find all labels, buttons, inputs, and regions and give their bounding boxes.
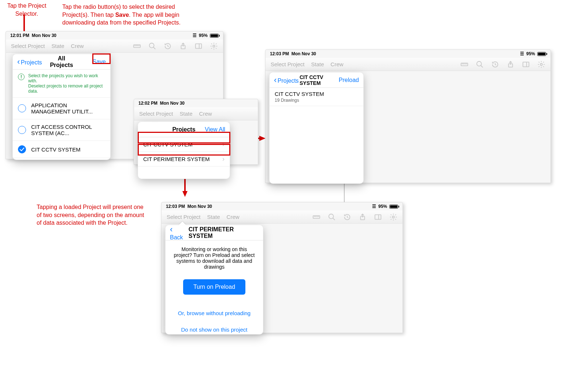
- toolbar: Select Project State Crew: [162, 210, 402, 224]
- highlight-row-perimeter: [138, 144, 230, 156]
- wifi-icon: ☰︎: [372, 204, 376, 209]
- back-projects-button[interactable]: ‹ Projects: [17, 57, 46, 67]
- annotation-line: downloading data from the specified Proj…: [62, 19, 181, 27]
- toolbar: Select Project State Crew: [6, 40, 223, 53]
- svg-line-13: [153, 47, 156, 49]
- state-button[interactable]: State: [207, 214, 220, 220]
- project-subtitle: 19 Drawings: [275, 98, 324, 103]
- svg-point-18: [213, 45, 215, 47]
- radio-button[interactable]: [18, 104, 26, 112]
- ruler-icon[interactable]: [312, 213, 320, 221]
- ruler-icon[interactable]: [133, 42, 141, 50]
- battery-pct: 95%: [526, 51, 535, 56]
- back-projects-button[interactable]: ‹ Projects: [274, 75, 300, 85]
- panel-title: All Projects: [46, 55, 77, 68]
- share-icon[interactable]: [507, 60, 515, 68]
- status-time: 12:01 PM: [10, 33, 29, 38]
- svg-marker-6: [182, 191, 188, 197]
- browse-without-preload-link[interactable]: Or, browse without preloading: [166, 310, 263, 316]
- crew-button[interactable]: Crew: [199, 111, 212, 117]
- annotation-line: of two screens, depending on the amount: [37, 211, 144, 219]
- annotation-line: Tapping a loaded Project will present on…: [37, 203, 144, 211]
- battery-pct: 95%: [199, 33, 208, 38]
- panel-title: CIT CCTV SYSTEM: [300, 74, 339, 86]
- svg-rect-28: [523, 62, 529, 67]
- project-label: CIT CCTV SYSTEM: [31, 146, 81, 153]
- crew-button[interactable]: Crew: [227, 214, 240, 220]
- status-bar: 12:02 PM Mon Nov 30: [134, 99, 258, 107]
- crew-button[interactable]: Crew: [331, 61, 344, 67]
- battery-pct: 95%: [378, 204, 387, 209]
- panel-icon[interactable]: [374, 213, 382, 221]
- project-row[interactable]: CIT CCTV SYSTEM19 Drawings: [270, 88, 363, 106]
- select-project-button[interactable]: Select Project: [139, 111, 173, 117]
- highlight-row-cctv: [138, 132, 230, 143]
- svg-point-24: [477, 61, 482, 66]
- svg-rect-16: [196, 44, 202, 48]
- project-label: CIT CCTV SYSTEM: [275, 91, 324, 97]
- history-icon[interactable]: [343, 213, 351, 221]
- info-icon: !: [18, 74, 25, 80]
- project-label: CIT PERIMETER SYSTEM: [143, 156, 209, 162]
- svg-point-42: [392, 216, 394, 218]
- search-icon[interactable]: [148, 42, 156, 50]
- back-button[interactable]: ‹ Back: [170, 225, 186, 241]
- svg-line-37: [333, 218, 335, 220]
- project-label: APPLICATION MANAGEMENT UTILIT...: [31, 102, 105, 115]
- svg-rect-40: [375, 214, 381, 219]
- select-project-button[interactable]: Select Project: [11, 43, 45, 49]
- do-not-show-link[interactable]: Do not show on this project: [166, 326, 263, 333]
- battery-icon: [210, 34, 219, 38]
- annotation-line: Tap the radio button(s) to select the de…: [62, 3, 181, 11]
- annotation-line: Project(s). Then tap Save. The app will …: [62, 11, 181, 19]
- radio-button[interactable]: [18, 126, 26, 134]
- panel-icon[interactable]: [522, 60, 530, 68]
- highlight-save: [92, 53, 111, 64]
- panel-title: CIT PERIMETER SYSTEM: [189, 226, 259, 239]
- preload-description: Monitoring or working on this project? T…: [166, 240, 263, 270]
- battery-icon: [389, 205, 398, 209]
- project-row[interactable]: CIT CCTV SYSTEM: [13, 141, 110, 158]
- gear-icon[interactable]: [389, 213, 397, 221]
- annotation-line: of data associated with the Project.: [37, 219, 144, 227]
- history-icon[interactable]: [491, 60, 499, 68]
- status-date: Mon Nov 30: [188, 204, 212, 209]
- history-icon[interactable]: [164, 42, 172, 50]
- crew-button[interactable]: Crew: [71, 43, 84, 49]
- turn-on-preload-button[interactable]: Turn on Preload: [183, 279, 245, 295]
- annotation-tap-loaded: Tapping a loaded Project will present on…: [37, 203, 144, 227]
- status-bar: 12:03 PM Mon Nov 30 ☰︎ 95%: [266, 50, 550, 58]
- select-project-button[interactable]: Select Project: [271, 61, 305, 67]
- svg-marker-4: [259, 136, 266, 141]
- project-detail-panel: ‹ Projects CIT CCTV SYSTEM Preload CIT C…: [269, 72, 364, 184]
- svg-line-25: [481, 65, 483, 67]
- state-button[interactable]: State: [311, 61, 324, 67]
- wifi-icon: ☰︎: [520, 51, 524, 56]
- toolbar: Select Project State Crew: [134, 107, 258, 120]
- project-row[interactable]: CIT COMPUTE SYSTEMS: [13, 158, 110, 160]
- status-bar: 12:03 PM Mon Nov 30 ☰︎ 95%: [162, 202, 402, 210]
- search-icon[interactable]: [476, 60, 484, 68]
- radio-button[interactable]: [18, 145, 26, 153]
- status-bar: 12:01 PM Mon Nov 30 ☰︎ 95%: [6, 31, 223, 40]
- state-button[interactable]: State: [52, 43, 64, 49]
- project-row[interactable]: APPLICATION MANAGEMENT UTILIT...: [13, 98, 110, 119]
- all-projects-panel: ‹ Projects All Projects Save ! Select th…: [12, 54, 111, 160]
- toolbar: Select Project State Crew: [266, 58, 550, 71]
- share-icon[interactable]: [359, 213, 367, 221]
- gear-icon[interactable]: [537, 60, 545, 68]
- search-icon[interactable]: [328, 213, 336, 221]
- share-icon[interactable]: [179, 42, 187, 50]
- battery-icon: [537, 52, 546, 56]
- panel-icon[interactable]: [194, 42, 203, 50]
- device-3: 12:03 PM Mon Nov 30 ☰︎ 95% Select Projec…: [265, 49, 551, 183]
- status-date: Mon Nov 30: [32, 33, 56, 38]
- status-time: 12:02 PM: [138, 101, 157, 106]
- state-button[interactable]: State: [180, 111, 193, 117]
- ruler-icon[interactable]: [460, 60, 468, 68]
- gear-icon[interactable]: [210, 42, 218, 50]
- project-row[interactable]: CIT ACCESS CONTROL SYSTEM (AC...: [13, 119, 110, 141]
- status-time: 12:03 PM: [270, 51, 289, 56]
- preload-button[interactable]: Preload: [339, 77, 359, 83]
- select-project-button[interactable]: Select Project: [167, 214, 201, 220]
